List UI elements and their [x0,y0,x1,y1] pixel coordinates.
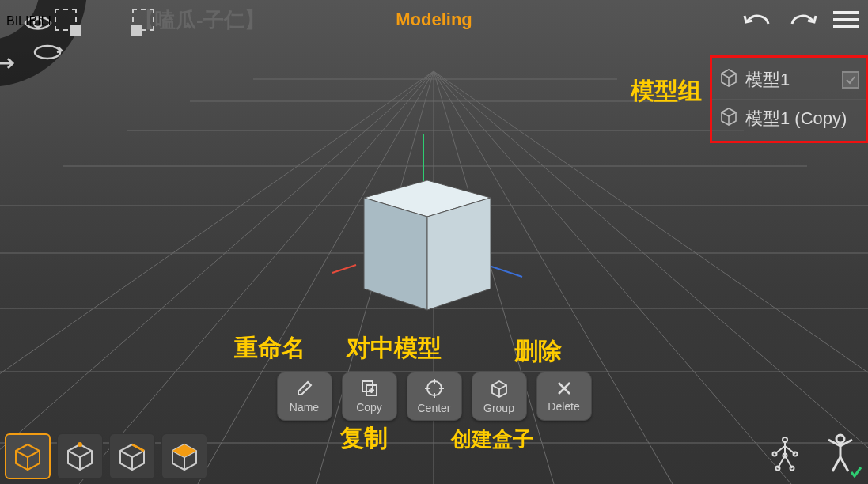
watermark-logo: BILIBILI [6,14,51,28]
annotation-delete: 删除 [514,335,562,368]
cube-icon [718,106,739,131]
svg-point-60 [783,437,787,442]
visibility-checkbox[interactable] [842,71,859,89]
pose-icon[interactable] [821,432,860,478]
svg-marker-30 [364,198,427,310]
delete-button-label: Delete [548,400,579,413]
cube-icon [718,67,739,93]
rig-icon[interactable] [764,432,806,478]
svg-line-28 [487,265,522,277]
model-row-2-label: 模型1 (Copy) [745,107,847,130]
center-button-label: Center [417,402,450,414]
selection-mode-bar [5,433,207,479]
select-mode-b-button[interactable] [131,7,162,39]
mode-title: Modeling [396,9,472,30]
move-icon [0,54,16,76]
svg-point-71 [836,435,844,443]
redo-button[interactable] [786,8,819,35]
select-object-mode[interactable] [5,433,51,479]
group-button-label: Group [483,402,514,414]
bottom-right-tools [764,432,860,478]
group-button[interactable]: Group [472,372,527,421]
model-row-1-label: 模型1 [745,68,790,92]
annotation-create-box: 创建盒子 [451,425,533,453]
annotation-rename: 重命名 [234,332,305,365]
select-mode-a-button[interactable] [53,7,85,39]
copy-button-label: Copy [356,401,382,414]
center-button[interactable]: Center [407,372,462,421]
undo-button[interactable] [741,8,775,35]
select-face-mode[interactable] [161,433,207,479]
select-edge-mode[interactable] [109,433,155,479]
name-button-label: Name [290,401,319,414]
model-row-1[interactable]: 模型1 [712,61,866,99]
scene-cube[interactable] [340,142,530,332]
model-row-2[interactable]: 模型1 (Copy) [712,99,866,138]
name-button[interactable]: Name [277,372,332,421]
svg-line-56 [132,444,144,451]
annotation-center: 对中模型 [347,332,442,365]
svg-marker-31 [427,198,491,310]
annotation-model-group: 模型组 [631,75,702,108]
svg-line-76 [840,457,848,471]
menu-button[interactable] [830,8,862,35]
action-bar: Name Copy Center Group Delete [277,372,592,421]
svg-point-53 [78,442,82,447]
rotate-icon [30,41,65,66]
copy-button[interactable]: Copy [342,372,397,421]
svg-line-75 [832,457,840,471]
svg-marker-59 [172,444,196,457]
model-list-panel: 模型1 模型1 (Copy) [710,55,868,143]
select-vertex-mode[interactable] [57,433,103,479]
annotation-copy: 复制 [340,422,388,455]
svg-point-24 [35,46,60,59]
delete-button[interactable]: Delete [536,372,592,421]
top-bar: BILIBILI 【嗑瓜-子仁】 Modeling [0,0,868,43]
